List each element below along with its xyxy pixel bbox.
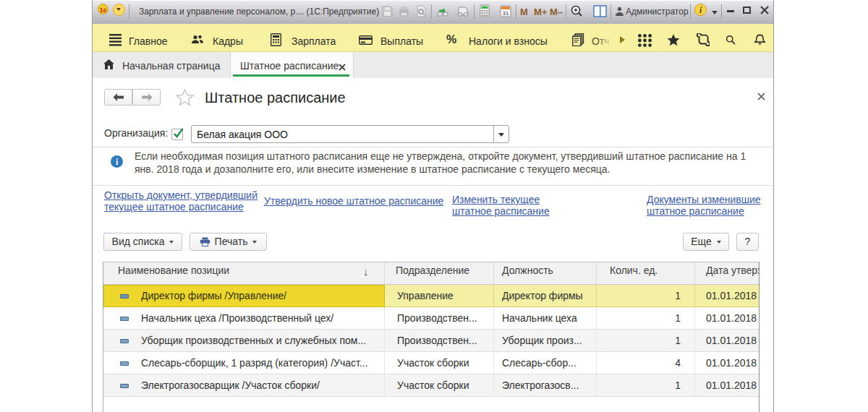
svg-text:31: 31 bbox=[503, 10, 509, 17]
